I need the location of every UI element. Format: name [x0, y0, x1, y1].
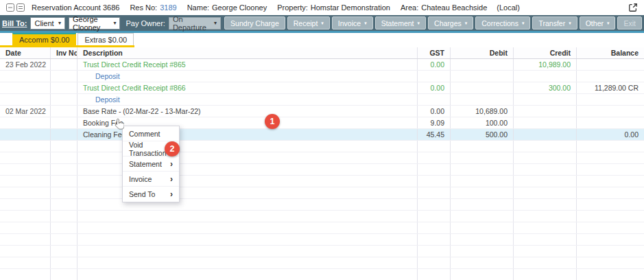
cell-debit: [451, 59, 514, 70]
cell-balance: 11,289.00 CR: [577, 82, 644, 93]
table-row[interactable]: Trust Direct Credit Receipt #8660.00300.…: [0, 82, 644, 94]
annotation-badge-1: 1: [265, 114, 280, 129]
bill-to-label[interactable]: Bill To:: [2, 19, 27, 27]
cell-inv_no: [51, 59, 77, 70]
cell-inv_no: [51, 141, 77, 152]
cell-debit: [451, 164, 514, 175]
tab-extras[interactable]: Extras $0.00: [77, 33, 134, 45]
cell-gst: [418, 141, 451, 152]
chevron-down-icon: ▾: [214, 20, 217, 26]
open-external-icon[interactable]: [628, 3, 638, 12]
menu-item-invoice[interactable]: Invoice ›: [123, 172, 179, 187]
cell-date: [0, 234, 51, 245]
table-row-empty[interactable]: [0, 257, 644, 269]
tab-accomm[interactable]: Accomm $0.00: [12, 33, 76, 45]
cell-debit: [451, 82, 514, 93]
table-row[interactable]: Deposit: [0, 71, 644, 82]
statement-button[interactable]: Statement ▾: [375, 16, 426, 30]
table-row-empty[interactable]: [0, 211, 644, 222]
cell-inv_no: [51, 94, 77, 105]
receipt-button[interactable]: Receipt ▾: [287, 16, 330, 30]
cell-balance: [577, 117, 644, 128]
title-bar: Reservation Account 3686 Res No: 3189 Na…: [0, 0, 644, 15]
cell-gst: [418, 257, 451, 268]
cell-inv_no: [51, 187, 77, 198]
cell-description: Deposit: [77, 71, 418, 82]
corrections-button[interactable]: Corrections ▾: [475, 16, 530, 30]
column-header-description[interactable]: Description: [77, 47, 418, 58]
table-row-empty[interactable]: [0, 234, 644, 246]
table-row-empty[interactable]: [0, 187, 644, 199]
cell-date: [0, 257, 51, 268]
property-field: Property: Homstar Demonstration: [277, 3, 390, 12]
column-header-balance[interactable]: Balance: [577, 47, 644, 58]
table-row-empty[interactable]: [0, 164, 644, 176]
context-menu: Comment Void Transaction Statement › Inv…: [122, 126, 180, 202]
charges-button[interactable]: Charges ▾: [428, 16, 473, 30]
menu-item-send-to[interactable]: Send To ›: [123, 187, 179, 202]
column-header-gst[interactable]: GST: [418, 47, 451, 58]
table-row-empty[interactable]: [0, 176, 644, 187]
cell-inv_no: [51, 129, 77, 140]
table-body: 23 Feb 2022Trust Direct Credit Receipt #…: [0, 59, 644, 280]
cell-debit: 500.00: [451, 129, 514, 140]
menu-item-statement[interactable]: Statement ›: [123, 156, 179, 172]
notes-icon[interactable]: [16, 3, 25, 12]
cell-balance: [577, 71, 644, 82]
table-row-empty[interactable]: [0, 246, 644, 257]
collapse-icon[interactable]: [6, 3, 14, 12]
table-row[interactable]: Deposit: [0, 94, 644, 106]
cell-description: [77, 269, 418, 280]
cell-balance: [577, 269, 644, 280]
transfer-button[interactable]: Transfer ▾: [532, 16, 577, 30]
menu-item-comment[interactable]: Comment: [123, 126, 179, 141]
table-row[interactable]: Cleaning Fee45.45500.000.00: [0, 129, 644, 141]
chevron-down-icon: ▾: [113, 20, 116, 26]
invoice-button[interactable]: Invoice ▾: [332, 16, 373, 30]
cell-gst: [418, 152, 451, 163]
bill-to-select[interactable]: Client ▾: [30, 17, 65, 30]
cell-balance: [577, 59, 644, 70]
table-row-empty[interactable]: [0, 222, 644, 234]
cell-balance: [577, 106, 644, 117]
table-row-empty[interactable]: [0, 199, 644, 211]
cell-gst: [418, 269, 451, 280]
cell-date: [0, 222, 51, 233]
res-no-field: Res No: 3189: [130, 3, 176, 12]
cell-debit: [451, 222, 514, 233]
table-row[interactable]: 02 Mar 2022Base Rate - (02-Mar-22 - 13-M…: [0, 106, 644, 117]
cell-debit: [451, 257, 514, 268]
other-button[interactable]: Other ▾: [580, 16, 616, 30]
cell-credit: [514, 222, 577, 233]
exit-button[interactable]: Exit: [617, 16, 642, 30]
table-row-empty[interactable]: [0, 141, 644, 152]
cell-inv_no: [51, 117, 77, 128]
column-header-credit[interactable]: Credit: [514, 47, 577, 58]
cell-date: [0, 141, 51, 152]
cell-gst: [418, 187, 451, 198]
table-row-empty[interactable]: [0, 269, 644, 280]
cell-balance: [577, 187, 644, 198]
table-row[interactable]: 23 Feb 2022Trust Direct Credit Receipt #…: [0, 59, 644, 71]
cell-date: [0, 269, 51, 280]
guest-name-value: George Clooney: [212, 3, 267, 12]
pay-owner-select[interactable]: On Departure ▾: [169, 17, 221, 30]
res-no-value[interactable]: 3189: [160, 3, 176, 12]
cell-gst: [418, 94, 451, 105]
cell-debit: [451, 71, 514, 82]
table-row-empty[interactable]: [0, 152, 644, 164]
sundry-charge-button[interactable]: Sundry Charge: [224, 16, 285, 30]
payer-select[interactable]: George Clooney ▾: [69, 17, 120, 30]
column-header-inv_no[interactable]: Inv No: [51, 47, 77, 58]
cell-gst: [418, 211, 451, 222]
column-header-debit[interactable]: Debit: [451, 47, 514, 58]
cell-debit: [451, 176, 514, 187]
cell-balance: [577, 176, 644, 187]
chevron-down-icon: ▾: [321, 21, 324, 26]
res-no-label: Res No:: [130, 3, 157, 12]
column-header-date[interactable]: Date: [0, 47, 51, 58]
ledger-table: DateInv NoDescriptionGSTDebitCreditBalan…: [0, 47, 644, 280]
table-row[interactable]: Booking Fee9.09100.00: [0, 117, 644, 129]
cell-gst: [418, 246, 451, 257]
bill-to-selected-value: Client: [34, 19, 53, 27]
